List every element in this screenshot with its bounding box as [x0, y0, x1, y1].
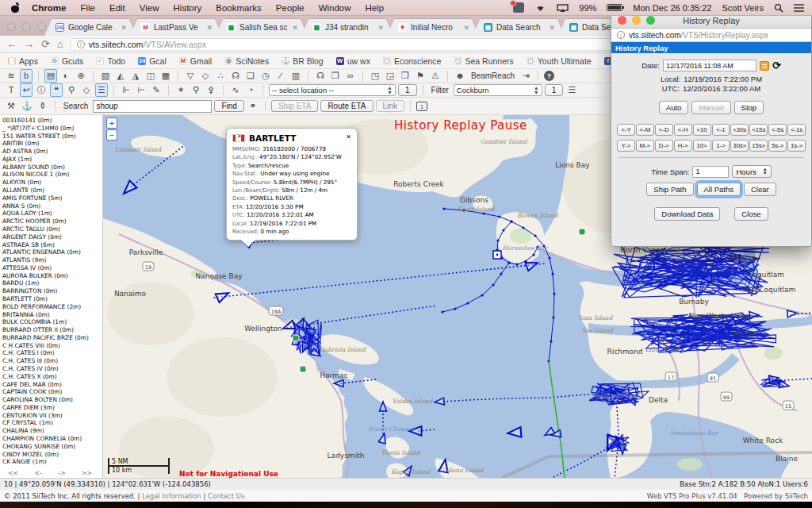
wifi-icon[interactable] [534, 3, 546, 12]
undo-icon[interactable]: ↩ [20, 83, 33, 97]
globe-icon[interactable]: ⊕ [75, 69, 87, 83]
close-button[interactable]: Close [734, 207, 768, 221]
vessel-list-item[interactable]: AMIS FORTUNE (5m) [2, 194, 102, 202]
anchor-marker-icon[interactable]: ⚴ [205, 83, 217, 97]
pin-icon[interactable]: ⚲ [65, 83, 78, 97]
vessel-list-item[interactable]: CHOKANG SUNRISE (0m) [2, 443, 102, 451]
spotlight-icon[interactable] [774, 3, 783, 13]
bookmark-gmail[interactable]: MGmail [179, 56, 212, 66]
step-back-button[interactable]: <15s [749, 124, 768, 136]
message-icon[interactable]: ❒ [399, 69, 412, 83]
manual-button[interactable]: Manual [691, 101, 730, 114]
browser-tab[interactable]: MLastPass Ve✕ [130, 18, 222, 36]
vessel-list-item[interactable]: ABITIBI (0m) [2, 140, 102, 148]
step-forward-button[interactable]: D-> [655, 140, 673, 152]
legal-link[interactable]: Legal Information [142, 492, 201, 500]
step-forward-button[interactable]: 30s> [730, 140, 749, 152]
menu-item-people[interactable]: People [269, 3, 312, 13]
tab-close-icon[interactable]: ✕ [292, 24, 298, 32]
vessel-list-item[interactable]: BULK COLOMBIA (1m) [2, 318, 102, 326]
reload-button[interactable]: ⟳ [41, 39, 50, 49]
vessel-marker[interactable] [435, 398, 445, 406]
diamond-icon[interactable]: ◇ [80, 83, 93, 97]
vessel-list-item[interactable]: ALLANTE (0m) [2, 187, 102, 194]
popup-close-icon[interactable]: ✕ [346, 133, 351, 140]
filter-select[interactable]: Cockburn▲▼ [454, 84, 542, 96]
window-1-icon[interactable]: 1 [416, 102, 427, 111]
vessel-list-item[interactable]: 151 WATER STREET (0m) [2, 133, 102, 140]
vessel-list-item[interactable]: ARCTIC TAGLU (0m) [2, 225, 102, 233]
alarm-icon[interactable]: ☊ [314, 69, 327, 83]
step-back-button[interactable]: <-M [636, 124, 654, 136]
vessel-list-item[interactable]: BRITANNIA (0m) [2, 311, 102, 319]
bookmark-econscience[interactable]: ▢Econscience [383, 56, 442, 66]
menu-item-view[interactable]: View [132, 3, 167, 13]
list-icon[interactable]: ☰ [565, 83, 578, 97]
vessel-list-item[interactable]: C.H. CATES I (0m) [2, 349, 102, 357]
date-input[interactable] [663, 60, 756, 71]
contact-link[interactable]: Contact Us [208, 492, 244, 500]
document-icon[interactable]: ❏ [244, 69, 257, 83]
voicemail-icon[interactable]: ∞ [344, 69, 357, 83]
pagination-button[interactable]: -> [58, 470, 66, 477]
tools-icon[interactable]: ⚒ [5, 99, 17, 113]
vessel-marker[interactable] [508, 427, 522, 438]
vessel-list-item[interactable]: ALISON NICOLE 1 (0m) [2, 171, 102, 179]
vessel-list-item[interactable]: BURRARD OTTER II (0m) [2, 326, 102, 334]
undefined[interactable]: 1 [398, 84, 417, 96]
funnel-icon[interactable]: ▽ [184, 69, 197, 83]
apple-menu-icon[interactable] [11, 3, 20, 13]
bookmark-todo[interactable]: ✓Todo [96, 56, 125, 66]
location-select[interactable]: -- select location --▲▼ [269, 84, 396, 96]
link-button[interactable]: Link [376, 100, 404, 112]
page-info-icon[interactable]: i [617, 31, 625, 39]
vessel-list-item[interactable]: BARRINGTON (0m) [2, 287, 102, 295]
step-back-button[interactable]: <-D [655, 124, 673, 136]
layers-icon[interactable]: ≋ [5, 69, 17, 83]
beacon-icon[interactable]: ✶ [174, 83, 187, 97]
user-icon[interactable]: ☻ [454, 69, 466, 83]
vessel-list-item[interactable]: ATLANTIS (9m) [2, 256, 102, 264]
vessel-list-item[interactable]: CENTURION VII (3m) [2, 412, 102, 420]
menu-item-chrome[interactable]: Chrome [25, 3, 73, 13]
browser-tab[interactable]: ▦Salish Sea sc✕ [216, 18, 308, 36]
close-window-button[interactable] [7, 22, 16, 31]
table-icon[interactable]: ☰ [95, 83, 108, 97]
bookmark-youth-ultimate[interactable]: ▢Youth Ultimate [527, 56, 592, 66]
menu-item-edit[interactable]: Edit [102, 3, 132, 13]
vessel-list-item[interactable]: CHAMPION CORNELIA (0m) [2, 435, 102, 443]
tiles-icon[interactable]: ▦ [159, 69, 172, 83]
back-button[interactable]: ← [6, 39, 17, 49]
bookmark-apps[interactable]: ⋮⋮Apps [8, 56, 38, 66]
tab-close-icon[interactable]: ✕ [549, 24, 555, 32]
vessel-list-item[interactable]: AURORA BULKER (0m) [2, 272, 102, 280]
vessel-list-item[interactable]: ATTESSA IV (0m) [2, 264, 102, 272]
vessel-list-item[interactable]: CAFE DEL MAR (0m) [2, 381, 102, 389]
history-address-bar[interactable]: i vts.siitech.com/VTS/HistoryReplay.aspx [611, 29, 811, 42]
browser-tab[interactable]: 26Google Cale✕ [44, 18, 136, 36]
step-forward-button[interactable]: 5s-> [768, 140, 787, 152]
vessel-list-item[interactable]: ALBANY SOUND (0m) [2, 164, 102, 171]
vessel-list-item[interactable]: ARGENT DAISY (8m) [2, 233, 102, 241]
vessel-list-item[interactable]: _ *\RT)7IT+'C1HM0 (0m) [2, 125, 102, 133]
browser-tab[interactable]: ▦J34 strandin✕ [301, 18, 393, 36]
chart-line-icon[interactable]: ∿ [229, 83, 242, 97]
copy-icon[interactable]: ❐ [329, 69, 342, 83]
gauge-icon[interactable]: ◔ [244, 83, 257, 97]
ship-eta-button[interactable]: Ship ETA [271, 100, 319, 112]
clock-icon[interactable]: ◷ [259, 69, 272, 83]
vessel-marker[interactable] [121, 181, 137, 198]
timespan-input[interactable] [692, 166, 729, 178]
pagination-button[interactable]: >> [82, 470, 92, 477]
zoom-in-map-icon[interactable]: ◭ [114, 69, 127, 83]
zone-icon[interactable]: ◇ [199, 69, 212, 83]
vessel-list-item[interactable]: C.H. CATES III (0m) [2, 357, 102, 365]
zoom-out-map-icon[interactable]: ◮ [129, 69, 142, 83]
camera-down-icon[interactable]: ◲ [384, 69, 396, 83]
mast-icon[interactable]: ⊩ [120, 83, 132, 97]
step-forward-button[interactable]: 1s-> [787, 140, 806, 152]
flagpole-icon[interactable]: ⊢ [135, 83, 147, 97]
bookmark-uw-wx[interactable]: Wuw wx [336, 56, 370, 66]
undefined[interactable]: 1 [545, 84, 564, 96]
tab-close-icon[interactable]: ✕ [206, 24, 213, 32]
